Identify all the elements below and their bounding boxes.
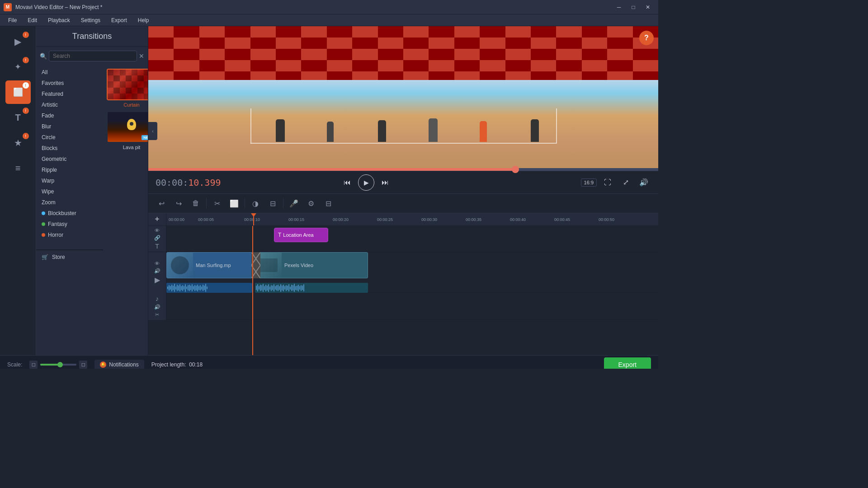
- export-button[interactable]: Export: [604, 357, 651, 369]
- video-thumbnail-1: [167, 253, 193, 278]
- split-button[interactable]: ⊟: [265, 196, 280, 211]
- store-button[interactable]: 🛒 Store: [36, 250, 103, 264]
- text-clip[interactable]: T Location Area: [274, 228, 328, 242]
- sidebar-transitions-btn[interactable]: ⬜ !: [5, 80, 31, 104]
- sidebar-media-btn[interactable]: ▶ !: [5, 30, 31, 53]
- transition-curtain[interactable]: Curtain: [107, 69, 148, 108]
- store-label: Store: [52, 254, 65, 260]
- music-volume-icon[interactable]: 🔊: [154, 304, 160, 310]
- sidebar-favorites-btn[interactable]: ★ !: [5, 131, 31, 155]
- timeline-ruler: + 00:00:00 00:00:05 00:00:10 00:00:15 00…: [148, 213, 658, 226]
- scale-control: □ □: [29, 361, 87, 369]
- search-icon: 🔍: [40, 53, 47, 60]
- wave-bars-2: [255, 283, 368, 293]
- main-layout: ▶ ! ✦ ! ⬜ ! T ! ★ ! ≡ Transitions 🔍 ✕: [0, 26, 658, 355]
- lavapit-new-badge: NEW: [142, 135, 148, 140]
- category-circle[interactable]: Circle: [36, 132, 103, 143]
- menu-playback[interactable]: Playback: [43, 16, 75, 24]
- equalizer-button[interactable]: ⊟: [321, 196, 336, 211]
- category-geometric[interactable]: Geometric: [36, 154, 103, 164]
- category-blockbuster-label: Blockbuster: [48, 210, 76, 216]
- menu-help[interactable]: Help: [133, 16, 154, 24]
- ruler-mark-35: 00:00:35: [466, 217, 481, 222]
- notif-symbol: 🔔: [101, 362, 105, 366]
- video-clip-2[interactable]: Pexels Video: [255, 252, 368, 278]
- notifications-button[interactable]: 🔔 Notifications: [94, 360, 144, 369]
- category-wipe-label: Wipe: [42, 188, 54, 195]
- video-clip-1[interactable]: Man Surfing.mp: [166, 252, 252, 278]
- category-blockbuster[interactable]: Blockbuster: [36, 208, 103, 219]
- search-input[interactable]: [49, 51, 137, 61]
- category-horror[interactable]: Horror: [36, 230, 103, 240]
- video-track-audio-icon[interactable]: 🔊: [154, 268, 160, 274]
- transition-lava-pit[interactable]: NEW Lava pit: [107, 111, 148, 150]
- category-fade[interactable]: Fade: [36, 110, 103, 121]
- crop-button[interactable]: ⬜: [226, 196, 242, 211]
- skip-back-button[interactable]: ⏮: [340, 175, 354, 190]
- color-button[interactable]: ◑: [248, 196, 263, 211]
- add-track-button[interactable]: +: [148, 213, 166, 226]
- search-clear-icon[interactable]: ✕: [139, 52, 144, 60]
- project-length: Project length: 00:18: [151, 361, 597, 368]
- menu-settings[interactable]: Settings: [76, 16, 105, 24]
- video-clip-2-label: Pexels Video: [282, 263, 316, 268]
- text-track-visible-icon[interactable]: 👁: [155, 228, 160, 233]
- redo-button[interactable]: ↪: [171, 196, 186, 211]
- scale-minus-button[interactable]: □: [29, 361, 38, 369]
- category-warp[interactable]: Warp: [36, 175, 103, 186]
- category-blocks[interactable]: Blocks: [36, 143, 103, 154]
- scale-plus-button[interactable]: □: [79, 361, 87, 369]
- category-favorites[interactable]: Favorites: [36, 78, 103, 89]
- volume-button[interactable]: 🔊: [637, 175, 651, 190]
- mic-button[interactable]: 🎤: [286, 196, 302, 211]
- menu-file[interactable]: File: [4, 16, 21, 24]
- music-track-icon[interactable]: ♪: [156, 295, 159, 302]
- text-track-controls: 👁 🔗 T: [148, 226, 166, 252]
- scale-slider-thumb[interactable]: [57, 362, 63, 367]
- sidebar-text-btn[interactable]: T !: [5, 106, 31, 129]
- category-blur[interactable]: Blur: [36, 121, 103, 132]
- category-fade-label: Fade: [42, 113, 54, 119]
- sidebar-list-btn[interactable]: ≡: [5, 156, 31, 180]
- close-button[interactable]: ✕: [641, 3, 655, 12]
- sidebar-effects-btn[interactable]: ✦ !: [5, 55, 31, 79]
- settings-button[interactable]: ⚙: [303, 196, 319, 211]
- category-artistic[interactable]: Artistic: [36, 99, 103, 110]
- category-zoom[interactable]: Zoom: [36, 197, 103, 208]
- category-featured[interactable]: Featured: [36, 89, 103, 99]
- category-wipe[interactable]: Wipe: [36, 186, 103, 197]
- ruler-mark-20: 00:00:20: [333, 217, 349, 222]
- scale-slider[interactable]: [40, 364, 76, 366]
- category-fantasy[interactable]: Fantasy: [36, 219, 103, 230]
- maximize-button[interactable]: □: [627, 3, 640, 12]
- fullscreen-button[interactable]: ⛶: [600, 175, 615, 190]
- video-track-visible-icon[interactable]: 👁: [155, 261, 160, 266]
- transitions-badge: !: [23, 82, 29, 89]
- lavapit-thumbnail: NEW: [107, 111, 148, 143]
- undo-button[interactable]: ↩: [154, 196, 169, 211]
- timecode-bright: 10.399: [188, 177, 221, 188]
- skip-forward-button[interactable]: ⏭: [378, 175, 392, 190]
- menu-edit[interactable]: Edit: [23, 16, 42, 24]
- music-track-controls: ♪ 🔊 ✂: [148, 293, 166, 320]
- expand-button[interactable]: ⤢: [618, 175, 633, 190]
- preview-scrubber[interactable]: [148, 168, 658, 171]
- category-ripple[interactable]: Ripple: [36, 164, 103, 175]
- project-length-value: 00:18: [189, 361, 203, 368]
- text-track-link-icon[interactable]: 🔗: [154, 235, 160, 241]
- transition-marker[interactable]: [251, 252, 260, 278]
- playhead-indicator: [251, 213, 256, 217]
- menu-export[interactable]: Export: [107, 16, 132, 24]
- cut-button[interactable]: ✂: [209, 196, 225, 211]
- wave-bars-1: [166, 283, 252, 293]
- minimize-button[interactable]: ─: [612, 3, 626, 12]
- delete-button[interactable]: 🗑: [188, 196, 203, 211]
- music-scissors-icon[interactable]: ✂: [155, 312, 159, 318]
- play-button[interactable]: ▶: [358, 174, 374, 191]
- help-button[interactable]: ?: [639, 31, 654, 45]
- category-all[interactable]: All: [36, 67, 103, 78]
- audio-wave-1: [166, 283, 252, 293]
- scrubber-thumb[interactable]: [512, 166, 519, 173]
- toolbar-divider-2: [245, 198, 245, 209]
- collapse-panel-button[interactable]: ‹: [148, 122, 157, 140]
